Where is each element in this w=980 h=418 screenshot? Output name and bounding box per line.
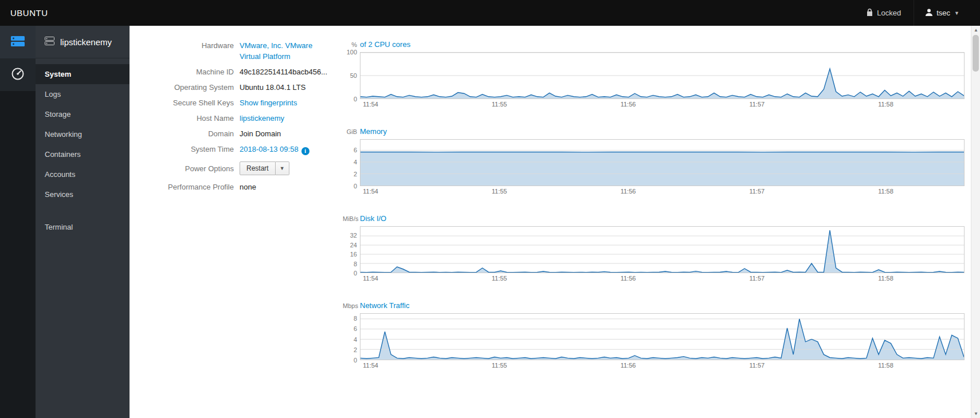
y-tick-label: 8 [354, 315, 357, 322]
top-bar: UBUNTU Locked tsec ▼ [0, 0, 980, 26]
y-tick-label: 0 [354, 183, 357, 190]
x-tick-label: 11:58 [878, 362, 893, 369]
topbar-right: Locked tsec ▼ [854, 0, 980, 26]
disk-io-chart-title-link[interactable]: Disk I/O [360, 214, 386, 223]
sidebar-item-terminal[interactable]: Terminal [36, 217, 130, 237]
info-icon[interactable]: i [301, 147, 309, 155]
disk-io-y-axis: 08162432 [343, 226, 360, 273]
locked-button[interactable]: Locked [854, 0, 914, 26]
system-time-label: System Time [143, 144, 234, 155]
host-name-link[interactable]: lipstickenemy [240, 114, 284, 123]
os-value: Ubuntu 18.04.1 LTS [240, 82, 343, 93]
memory-plot-area [360, 139, 965, 186]
host-icon [45, 37, 54, 47]
cpu-chart-title-link[interactable]: of 2 CPU cores [360, 40, 410, 49]
performance-profile-label: Performance Profile [143, 182, 234, 192]
memory-chart-title-link[interactable]: Memory [360, 127, 387, 136]
ssh-keys-label: Secure Shell Keys [143, 97, 234, 108]
brand-title: UBUNTU [0, 8, 48, 18]
join-domain-value[interactable]: Join Domain [240, 128, 343, 139]
x-tick-label: 11:57 [749, 275, 765, 282]
x-tick-label: 11:56 [621, 188, 636, 195]
x-tick-label: 11:54 [363, 188, 378, 195]
y-tick-label: 0 [354, 96, 357, 102]
host-name-label: Host Name [143, 113, 234, 124]
memory-chart: GiB Memory 0246 11:5411:5511:5611:5711:5… [343, 127, 965, 198]
cpu-plot-area [360, 52, 965, 99]
detail-row-machine-id: Machine ID 49c1822514114bacb456... [143, 66, 343, 77]
user-icon [926, 9, 932, 18]
network-y-axis: 02468 [343, 313, 360, 360]
rail-item-host[interactable] [0, 26, 36, 58]
show-fingerprints-link[interactable]: Show fingerprints [240, 98, 297, 107]
system-details: Hardware VMware, Inc. VMware Virtual Pla… [143, 40, 343, 418]
sidebar-item-accounts[interactable]: Accounts [36, 164, 130, 184]
sidebar-item-logs[interactable]: Logs [36, 84, 130, 104]
dashboard-gauge-icon [11, 68, 25, 82]
power-button-group: Restart ▼ [240, 161, 289, 175]
restart-button[interactable]: Restart [240, 161, 276, 175]
y-tick-label: 0 [354, 270, 357, 277]
main-content: Hardware VMware, Inc. VMware Virtual Pla… [130, 26, 970, 418]
y-tick-label: 6 [354, 325, 357, 332]
x-tick-label: 11:54 [363, 275, 378, 282]
x-tick-label: 11:57 [749, 362, 765, 369]
x-tick-label: 11:55 [492, 188, 507, 195]
y-tick-label: 16 [350, 251, 357, 258]
cpu-chart: % of 2 CPU cores 050100 11:5411:5511:561… [343, 40, 965, 111]
y-tick-label: 2 [354, 346, 357, 353]
hardware-value: VMware, Inc. VMware Virtual Platform [240, 40, 343, 62]
hardware-link[interactable]: VMware, Inc. VMware Virtual Platform [240, 41, 312, 61]
scroll-up-arrow[interactable]: ▲ [971, 26, 980, 34]
os-label: Operating System [143, 82, 234, 93]
x-tick-label: 11:55 [492, 362, 507, 369]
network-traffic-chart: Mbps Network Traffic 02468 11:5411:5511:… [343, 301, 965, 372]
lock-icon [867, 9, 873, 18]
sidebar-item-networking[interactable]: Networking [36, 124, 130, 144]
locked-label: Locked [877, 9, 901, 17]
y-tick-label: 4 [354, 159, 357, 165]
x-tick-label: 11:54 [363, 362, 378, 369]
y-tick-label: 4 [354, 336, 357, 343]
sidebar-hostname: lipstickenemy [36, 26, 130, 58]
x-tick-label: 11:56 [621, 362, 636, 369]
y-tick-label: 8 [354, 261, 357, 267]
disk-io-plot-area [360, 226, 965, 273]
charts-column: % of 2 CPU cores 050100 11:5411:5511:561… [343, 40, 970, 418]
hostname-label: lipstickenemy [60, 37, 112, 47]
machine-id-value: 49c1822514114bacb456... [240, 66, 343, 77]
hardware-label: Hardware [143, 40, 234, 51]
x-tick-label: 11:55 [492, 275, 507, 282]
disk-io-chart: MiB/s Disk I/O 08162432 11:5411:5511:561… [343, 214, 965, 285]
sidebar-item-services[interactable]: Services [36, 184, 130, 204]
x-tick-label: 11:57 [749, 188, 765, 195]
x-tick-label: 11:55 [492, 101, 507, 108]
system-time-link[interactable]: 2018-08-13 09:58 [240, 145, 299, 153]
domain-label: Domain [143, 128, 234, 139]
x-tick-label: 11:56 [621, 275, 636, 282]
network-unit-label: Mbps [343, 302, 360, 309]
y-tick-label: 2 [354, 171, 357, 178]
sidebar-item-containers[interactable]: Containers [36, 144, 130, 164]
detail-row-system-time: System Time 2018-08-13 09:58i [143, 144, 343, 155]
user-menu[interactable]: tsec ▼ [914, 0, 971, 26]
sidebar: lipstickenemy System Logs Storage Networ… [36, 26, 130, 418]
scroll-down-arrow[interactable]: ▼ [971, 409, 980, 418]
y-tick-label: 6 [354, 147, 357, 153]
vertical-scrollbar[interactable]: ▲ ▼ [971, 26, 980, 418]
network-chart-title-link[interactable]: Network Traffic [360, 301, 409, 310]
memory-y-axis: 0246 [343, 139, 360, 186]
y-tick-label: 0 [354, 357, 357, 364]
y-tick-label: 50 [350, 72, 357, 79]
sidebar-item-system[interactable]: System [36, 64, 130, 84]
sidebar-item-storage[interactable]: Storage [36, 104, 130, 124]
detail-row-power-options: Power Options Restart ▼ [143, 160, 343, 177]
detail-row-ssh-keys: Secure Shell Keys Show fingerprints [143, 97, 343, 108]
rail-item-dashboard[interactable] [0, 58, 36, 91]
cpu-unit-label: % [343, 41, 360, 48]
detail-row-performance-profile: Performance Profile none [143, 182, 343, 192]
restart-dropdown-caret[interactable]: ▼ [276, 161, 289, 175]
y-tick-label: 24 [350, 242, 357, 249]
user-label: tsec [936, 9, 950, 17]
scrollbar-thumb[interactable] [973, 35, 979, 72]
